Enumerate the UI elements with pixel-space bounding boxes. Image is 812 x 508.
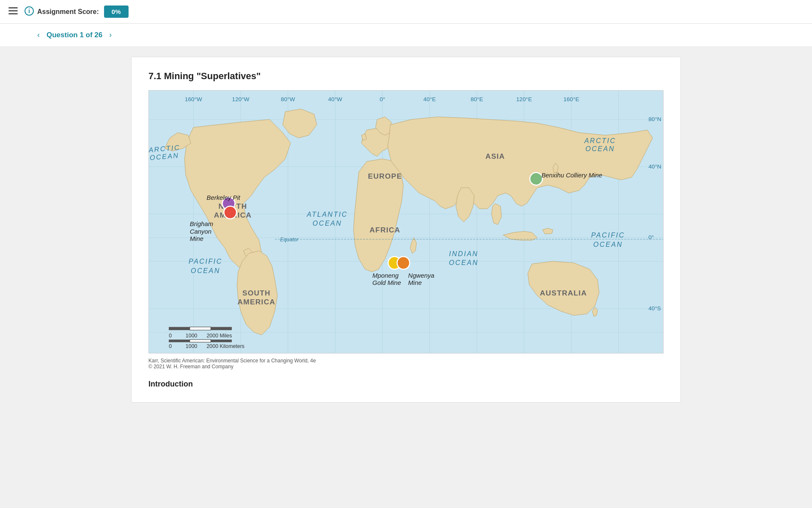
menu-icon[interactable] [8, 7, 18, 17]
info-icon: i [25, 6, 34, 17]
svg-text:40°N: 40°N [648, 163, 661, 170]
svg-text:40°E: 40°E [423, 96, 436, 102]
svg-text:Brigham: Brigham [190, 221, 213, 227]
svg-text:Mine: Mine [190, 235, 203, 242]
svg-text:Mine: Mine [408, 279, 422, 286]
svg-rect-78 [169, 340, 190, 342]
svg-rect-72 [169, 327, 190, 330]
svg-text:1000: 1000 [186, 343, 198, 349]
next-question-button[interactable]: › [106, 29, 115, 41]
svg-text:OCEAN: OCEAN [449, 259, 479, 266]
svg-text:120°E: 120°E [516, 96, 532, 102]
svg-text:0°: 0° [648, 234, 654, 240]
world-map: 160°W 120°W 80°W 40°W 0° 40°E 80°E 120°E… [148, 90, 664, 353]
score-badge: 0% [104, 6, 129, 18]
svg-text:Ngwenya: Ngwenya [408, 272, 434, 279]
svg-text:80°E: 80°E [471, 96, 483, 102]
svg-text:80°W: 80°W [281, 96, 295, 102]
intro-title: Introduction [148, 380, 664, 389]
svg-text:2000 Kilometers: 2000 Kilometers [206, 343, 244, 349]
svg-text:2000 Miles: 2000 Miles [206, 333, 232, 339]
svg-rect-73 [190, 327, 211, 330]
svg-rect-1 [8, 10, 18, 11]
svg-text:Canyon: Canyon [190, 228, 211, 235]
svg-text:40°S: 40°S [648, 305, 661, 312]
map-caption: Karr, Scientific American: Environmental… [148, 358, 664, 370]
content-card: 7.1 Mining "Superlatives" [131, 57, 681, 403]
svg-text:Equator: Equator [280, 237, 299, 243]
svg-text:OCEAN: OCEAN [191, 267, 220, 274]
svg-text:AUSTRALIA: AUSTRALIA [540, 289, 587, 297]
svg-text:0°: 0° [380, 96, 385, 102]
svg-text:PACIFIC: PACIFIC [591, 231, 625, 239]
question-nav: ‹ Question 1 of 26 › [0, 24, 812, 47]
assignment-score-label: Assignment Score: [37, 8, 99, 16]
svg-text:0: 0 [169, 333, 172, 339]
svg-text:Gold Mine: Gold Mine [373, 279, 401, 286]
svg-text:1000: 1000 [186, 333, 198, 339]
svg-text:EUROPE: EUROPE [368, 172, 402, 180]
svg-rect-79 [190, 340, 211, 342]
svg-rect-80 [211, 340, 232, 342]
svg-text:ARCTIC: ARCTIC [584, 137, 616, 144]
svg-point-60 [530, 173, 543, 185]
svg-text:ASIA: ASIA [486, 152, 505, 160]
prev-question-button[interactable]: ‹ [34, 29, 43, 41]
svg-rect-0 [8, 7, 18, 8]
svg-text:PACIFIC: PACIFIC [189, 257, 222, 265]
question-label: Question 1 of 26 [47, 31, 102, 39]
svg-point-59 [224, 206, 236, 219]
section-title: 7.1 Mining "Superlatives" [148, 71, 664, 82]
svg-text:120°W: 120°W [232, 96, 250, 102]
svg-text:AFRICA: AFRICA [370, 226, 401, 234]
svg-text:INDIAN: INDIAN [449, 250, 479, 257]
svg-text:80°N: 80°N [648, 116, 661, 122]
svg-text:160°W: 160°W [185, 96, 202, 102]
svg-rect-74 [211, 327, 232, 330]
svg-rect-2 [8, 13, 18, 14]
svg-text:Berkeley Pit: Berkeley Pit [206, 194, 240, 201]
svg-text:i: i [28, 8, 30, 14]
svg-text:AMERICA: AMERICA [238, 298, 276, 306]
svg-text:OCEAN: OCEAN [585, 145, 615, 152]
svg-text:OCEAN: OCEAN [313, 219, 342, 227]
svg-text:SOUTH: SOUTH [242, 289, 271, 297]
svg-text:ATLANTIC: ATLANTIC [307, 210, 348, 218]
header: i Assignment Score: 0% [0, 0, 812, 24]
main-content: 7.1 Mining "Superlatives" [0, 47, 812, 508]
svg-text:Mponeng: Mponeng [373, 272, 399, 279]
svg-text:OCEAN: OCEAN [593, 240, 623, 248]
svg-text:Benxihu Colliery Mine: Benxihu Colliery Mine [541, 172, 602, 179]
svg-point-62 [397, 257, 410, 269]
svg-text:0: 0 [169, 343, 172, 349]
svg-text:40°W: 40°W [328, 96, 343, 102]
svg-text:160°E: 160°E [563, 96, 579, 102]
